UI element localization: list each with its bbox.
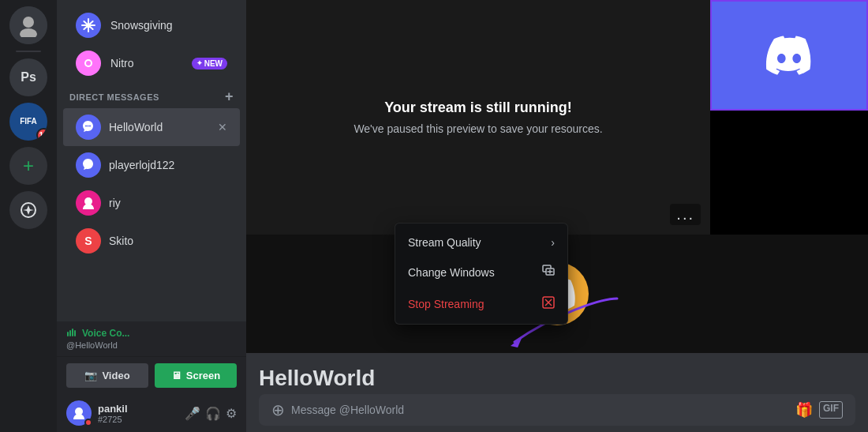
server-sidebar: Ps FIFA 11 + bbox=[0, 0, 57, 432]
user-home-avatar[interactable] bbox=[9, 6, 47, 44]
stream-paused-title: Your stream is still running! bbox=[384, 100, 572, 116]
dm-item-playerlojd122[interactable]: playerlojd122 bbox=[63, 146, 240, 184]
nitro-new-badge: ✦ NEW bbox=[192, 58, 227, 69]
chevron-right-icon: › bbox=[551, 236, 555, 249]
svg-point-1 bbox=[20, 28, 37, 37]
stream-top: Your stream is still running! We've paus… bbox=[246, 0, 868, 235]
user-panel-icons: 🎤 🎧 ⚙ bbox=[185, 406, 237, 421]
user-panel: pankil #2725 🎤 🎧 ⚙ bbox=[57, 394, 246, 432]
svg-rect-10 bbox=[67, 332, 69, 336]
change-windows-label: Change Windows bbox=[408, 266, 495, 279]
helloworld-dm-name: HelloWorld bbox=[109, 121, 210, 133]
svg-rect-13 bbox=[74, 330, 76, 336]
headphone-icon[interactable]: 🎧 bbox=[205, 406, 221, 421]
discover-servers-button[interactable] bbox=[9, 191, 47, 229]
voice-controls: 📷 Video 🖥 Screen bbox=[57, 356, 246, 394]
svg-point-5 bbox=[86, 61, 91, 66]
riy-avatar bbox=[76, 190, 101, 216]
context-menu: Stream Quality › Change Windows Stop Str… bbox=[395, 223, 568, 325]
microphone-icon[interactable]: 🎤 bbox=[185, 406, 200, 421]
chat-username: HelloWorld bbox=[246, 359, 868, 394]
snowsgiving-label: Snowsgiving bbox=[110, 19, 227, 32]
svg-rect-11 bbox=[69, 330, 71, 336]
video-icon: 📷 bbox=[84, 370, 97, 381]
server-icon-ps[interactable]: Ps bbox=[9, 58, 47, 96]
playerlojd122-avatar bbox=[76, 152, 101, 178]
stream-paused-subtitle: We've paused this preview to save your r… bbox=[354, 122, 602, 135]
voice-channel-name: Voice Co... bbox=[82, 328, 129, 339]
screen-button[interactable]: 🖥 Screen bbox=[155, 363, 237, 388]
close-helloworld-dm[interactable]: ✕ bbox=[218, 121, 227, 133]
settings-icon[interactable]: ⚙ bbox=[226, 406, 237, 421]
add-server-button[interactable]: + bbox=[9, 147, 47, 185]
dm-item-helloworld[interactable]: HelloWorld ✕ bbox=[63, 108, 240, 146]
user-status-dot bbox=[84, 419, 92, 426]
change-windows-icon bbox=[542, 265, 555, 280]
message-input[interactable] bbox=[291, 404, 789, 416]
server-divider bbox=[16, 51, 41, 52]
chat-input-bar: ⊕ 🎁 GIF bbox=[259, 394, 855, 426]
user-panel-name: pankil bbox=[98, 403, 178, 415]
dm-item-skito[interactable]: S Skito bbox=[63, 222, 240, 260]
main-content: Your stream is still running! We've paus… bbox=[246, 0, 868, 432]
stream-quality-label: Stream Quality bbox=[408, 236, 481, 249]
channel-list: Snowsgiving Nitro ✦ NEW DIRECT MESSAGES … bbox=[57, 0, 246, 321]
playerlojd122-dm-name: playerlojd122 bbox=[109, 159, 227, 171]
chat-action-icons: 🎁 GIF bbox=[795, 401, 843, 419]
stop-streaming-icon bbox=[542, 296, 555, 311]
channel-item-snowsgiving[interactable]: Snowsgiving bbox=[63, 6, 240, 44]
add-attachment-button[interactable]: ⊕ bbox=[271, 400, 285, 419]
voice-user-label: @HelloWorld bbox=[66, 340, 237, 350]
svg-point-7 bbox=[88, 126, 89, 127]
svg-point-0 bbox=[23, 17, 34, 28]
gift-icon[interactable]: 🎁 bbox=[795, 401, 813, 419]
video-button[interactable]: 📷 Video bbox=[66, 363, 148, 388]
direct-messages-header: DIRECT MESSAGES + bbox=[57, 82, 246, 108]
svg-point-8 bbox=[89, 126, 91, 127]
stop-streaming-label: Stop Streaming bbox=[408, 298, 485, 310]
stream-main-view: Your stream is still running! We've paus… bbox=[246, 0, 710, 235]
menu-item-change-windows[interactable]: Change Windows bbox=[395, 257, 567, 288]
channel-sidebar: Snowsgiving Nitro ✦ NEW DIRECT MESSAGES … bbox=[57, 0, 246, 432]
notification-badge: 11 bbox=[36, 128, 47, 141]
helloworld-avatar bbox=[76, 115, 101, 140]
skito-dm-name: Skito bbox=[109, 235, 227, 247]
gif-button[interactable]: GIF bbox=[819, 401, 843, 419]
server-icon-fifa[interactable]: FIFA 11 bbox=[9, 103, 47, 141]
svg-rect-12 bbox=[72, 329, 73, 336]
menu-item-stop-streaming[interactable]: Stop Streaming bbox=[395, 288, 567, 319]
nitro-label: Nitro bbox=[110, 57, 182, 69]
menu-item-stream-quality[interactable]: Stream Quality › bbox=[395, 228, 567, 257]
user-panel-avatar bbox=[66, 400, 92, 426]
stream-thumbnail bbox=[710, 0, 868, 111]
stream-more-options[interactable]: ... bbox=[670, 204, 701, 225]
screen-icon: 🖥 bbox=[171, 370, 181, 381]
menu-item-change-windows-left: Change Windows bbox=[408, 266, 495, 279]
add-dm-button[interactable]: + bbox=[225, 88, 234, 105]
svg-marker-3 bbox=[23, 205, 34, 215]
user-panel-tag: #2725 bbox=[98, 415, 178, 424]
user-panel-info: pankil #2725 bbox=[98, 403, 178, 424]
riy-dm-name: riy bbox=[109, 197, 227, 209]
skito-avatar: S bbox=[76, 228, 101, 254]
svg-marker-20 bbox=[511, 336, 522, 347]
snowsgiving-avatar bbox=[76, 13, 101, 38]
channel-item-nitro[interactable]: Nitro ✦ NEW bbox=[63, 44, 240, 82]
chat-area: HelloWorld ⊕ 🎁 GIF bbox=[246, 353, 868, 432]
nitro-avatar bbox=[76, 51, 101, 76]
dm-item-riy[interactable]: riy bbox=[63, 184, 240, 222]
svg-point-6 bbox=[85, 126, 87, 127]
voice-status: Voice Co... @HelloWorld bbox=[57, 321, 246, 356]
